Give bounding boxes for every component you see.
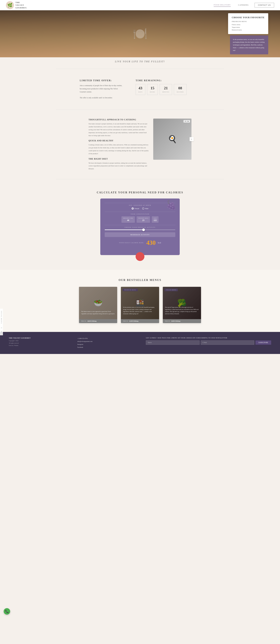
footer-rights: All rights reserved <box>9 342 72 344</box>
weight-field: Weight (kg) 23 <box>137 216 150 223</box>
calc-decorative-icon: 🍇 <box>166 200 177 210</box>
bestseller-title: Our Bestseller Menus <box>6 278 274 282</box>
hero-section: 🍽️ Choose your favourite Premium menu Fi… <box>0 10 280 66</box>
calorie-result-label: Your daily calorie rate: <box>119 242 144 244</box>
countdown-hours: 15 hours <box>147 84 158 95</box>
slide-next-arrow[interactable]: › <box>190 137 194 141</box>
slider-track <box>105 230 175 230</box>
catering-section: Thoughtfull approach to catering Our mai… <box>83 113 197 176</box>
contact-button[interactable]: Contact Us <box>254 3 274 8</box>
menu-card-image-0: 🥗 The fitness menu is a new approach to … <box>79 287 117 319</box>
catering-title-2: Quick and Healthy <box>89 140 149 142</box>
activity-label: Choose your physical activity <box>105 225 175 228</box>
catering-text-3: We have developed a formula to proper nu… <box>89 162 149 170</box>
calorie-ball <box>136 252 144 261</box>
facebook-icon[interactable]: f <box>1 331 2 333</box>
age-field: Age 122 <box>152 216 159 223</box>
hero-image: 🍽️ Choose your favourite Premium menu Fi… <box>0 10 280 57</box>
calorie-result: Your daily calorie rate: 430 kcal <box>105 239 175 246</box>
days-value: 43 <box>138 86 142 90</box>
sex-label: Sex, assigned at birth <box>105 203 175 206</box>
catering-text-1: Our main concept is proper nutrition, it… <box>89 122 149 137</box>
nav-catering[interactable]: Catering <box>238 4 249 6</box>
footer-email: info@velvetgourmet.com <box>77 340 140 343</box>
menu-card-price-1: Price: 22.99 USD/day <box>121 319 159 323</box>
seconds-value: 08 <box>177 86 184 90</box>
dropdown-subtitle: Premium menu <box>232 20 264 22</box>
height-field: Height (cm) 46 <box>121 216 135 223</box>
menu-card-price-0: Price: 18.99 USD/day <box>79 319 117 323</box>
hero-dropdown: Choose your favourite Premium menu Fitne… <box>228 13 268 34</box>
offer-right: Time Remaining: 43 days 15 hours 21 minu… <box>136 79 186 95</box>
menu-overlay-2: Our special Vegan menu, that a thorough … <box>163 287 201 319</box>
calculator-box: 🍇 Sex, assigned at birth Female Male You… <box>100 198 180 255</box>
catering-image-inner: 🍳 <box>153 118 191 160</box>
newsletter-name-input[interactable] <box>146 340 200 345</box>
divider-3 <box>56 179 224 179</box>
catering-image: 🍳 01 / 04 › <box>153 118 191 160</box>
days-label: days <box>138 91 142 93</box>
slider-thumb[interactable] <box>142 228 145 231</box>
countdown-minutes: 21 minutes <box>160 84 172 95</box>
newsletter-title: Get a free 7-day pass for a menu of your… <box>146 337 271 339</box>
hours-value: 15 <box>150 86 155 90</box>
female-radio[interactable] <box>132 208 134 210</box>
newsletter-form: Subscribe <box>146 340 271 345</box>
catering-title-3: The Right Diet <box>89 158 149 160</box>
menu-card-image-2: 🥦 Vegan Menu Our special Vegan menu, tha… <box>163 287 201 319</box>
instagram-icon[interactable]: ○ <box>1 327 2 329</box>
menu-card-price-2: Price: 18.99 USD/day <box>163 319 201 323</box>
slide-counter: 01 / 04 <box>183 120 190 122</box>
offer-section: Limited Time Offer: Join a community of … <box>74 72 206 107</box>
constitution-row: Height (cm) 46 Weight (kg) 23 Age 122 <box>105 216 175 223</box>
hero-tagline: Live your life to the fullest! <box>0 57 280 66</box>
footer-instagram[interactable]: Instagram <box>77 343 140 346</box>
footer-facebook[interactable]: Facebook <box>77 346 140 349</box>
menu-overlay-1: In the premium menu, we use not only bea… <box>121 287 159 319</box>
slider-fill <box>105 230 144 230</box>
footer-copyright: Copyright © 2022 <box>9 340 72 342</box>
subscribe-button[interactable]: Subscribe <box>255 340 271 345</box>
dropdown-vegan[interactable]: Vegan menu <box>232 26 264 28</box>
divider-1 <box>56 69 224 69</box>
divider-2 <box>56 110 224 110</box>
menu-cards: 🥗 The fitness menu is a new approach to … <box>6 287 274 323</box>
footer-site-by: Icons by: Vitamin <box>9 344 72 346</box>
logo-icon: 🌿 <box>6 1 14 9</box>
calorie-result-value: 430 <box>146 239 156 246</box>
logo-text: The Velvet Gourmet. <box>16 1 27 9</box>
dropdown-balanced[interactable]: Balanced menu <box>232 28 264 31</box>
menu-card-desc-0: The fitness menu is a new approach to go… <box>79 310 117 315</box>
hero-description-text: In the premium menu, we use not only bea… <box>233 38 265 52</box>
menu-card-desc-2: Our special Vegan menu, that a thorough … <box>163 306 201 315</box>
footer-left: The Velvet Gourmet Copyright © 2022 All … <box>9 337 72 347</box>
nav-food-delivery[interactable]: Food Delivery <box>214 4 231 7</box>
footer-contact: +1-800-555-0701 info@velvetgourmet.com I… <box>77 337 140 349</box>
dropdown-fitness[interactable]: Fitness menu <box>232 23 264 26</box>
offer-title: Limited Time Offer: <box>80 79 124 82</box>
gender-female[interactable]: Female <box>132 208 139 210</box>
main-nav: Food Delivery Catering <box>214 4 249 7</box>
footer-brand: The Velvet Gourmet <box>9 337 72 339</box>
catering-inner: Thoughtfull approach to catering Our mai… <box>89 118 191 170</box>
catering-content: Thoughtfull approach to catering Our mai… <box>89 118 149 170</box>
male-radio[interactable] <box>142 208 144 210</box>
constitution-label: Your constitution <box>105 212 175 215</box>
offer-left: Limited Time Offer: Join a community of … <box>80 79 124 99</box>
calorie-unit: kcal <box>158 242 161 244</box>
calculator-section: Calculate your personal need for calorie… <box>0 182 280 270</box>
social-sidebar: Social Media ○ f <box>0 309 3 336</box>
offer-text2: The offer is only available until 1st De… <box>80 96 124 100</box>
activity-slider[interactable] <box>105 230 175 230</box>
social-label: Social Media <box>1 311 2 324</box>
menu-card-desc-1: In the premium menu, we use not only bea… <box>121 306 159 315</box>
menu-card-1: 🍱 Premium Menu In the premium menu, we u… <box>121 287 159 323</box>
footer-phone: +1-800-555-0701 <box>77 337 140 340</box>
minutes-value: 21 <box>162 86 169 90</box>
logo-area: 🌿 The Velvet Gourmet. <box>6 1 214 9</box>
menu-card-2: 🥦 Vegan Menu Our special Vegan menu, tha… <box>163 287 201 323</box>
newsletter-email-input[interactable] <box>201 340 254 345</box>
menu-overlay-0: The fitness menu is a new approach to go… <box>79 287 117 319</box>
gender-male[interactable]: Male <box>142 208 149 210</box>
countdown-seconds: 08 seconds <box>174 84 186 95</box>
